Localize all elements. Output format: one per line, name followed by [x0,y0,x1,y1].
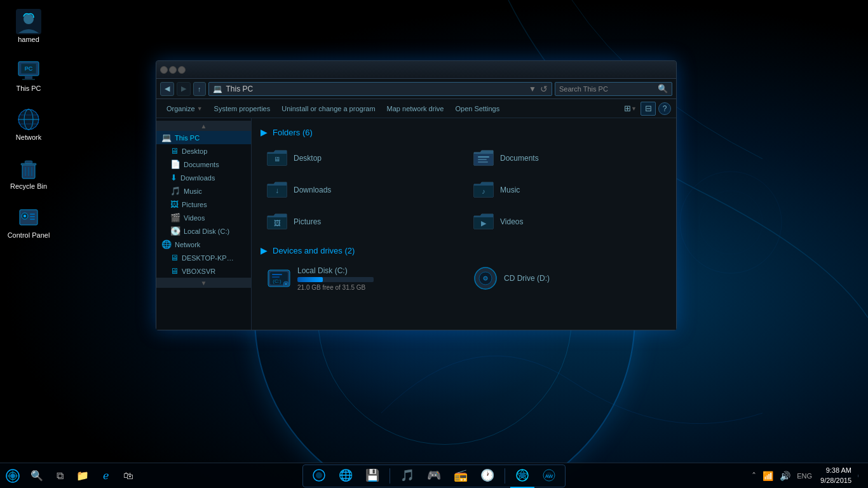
start-button[interactable] [0,463,25,489]
folders-collapse-arrow[interactable]: ▶ [261,127,268,137]
back-button[interactable]: ◀ [160,82,174,96]
folder-music-label: Music [500,186,520,194]
tiles-view-button[interactable]: ⊟ [641,102,656,116]
organize-button[interactable]: Organize ▼ [161,101,208,116]
taskbar-center-apps: 🌐 💾 🎵 🎮 📻 🕐 AW [302,464,566,487]
refresh-button[interactable]: ↺ [540,84,548,94]
minimize-button[interactable] [160,66,168,74]
taskbar-app-alienware[interactable] [307,464,331,488]
drives-section-header: ▶ Devices and drives (2) [261,245,667,255]
system-properties-button[interactable]: System properties [209,101,276,116]
task-view-button[interactable]: ⧉ [48,464,71,487]
this-pc-label: This PC [16,85,41,92]
taskbar-tray: ˄ 📶 🔊 ENG 9:38 AM 9/28/2015 [750,464,868,487]
drive-d-info: CD Drive (D:) [504,274,550,283]
sidebar-item-this-pc[interactable]: 💻 This PC [156,131,251,144]
drive-item-c[interactable]: (C:) Local Disk (C:) 21.0 GB free of 31.… [261,262,461,295]
svg-text:♪: ♪ [482,187,485,195]
svg-rect-31 [478,161,488,163]
sidebar-item-desktop[interactable]: 🖥 Desktop [156,144,251,158]
sidebar-item-local-disk[interactable]: 💽 Local Disk (C:) [156,224,251,238]
this-pc-sidebar-icon: 💻 [161,133,172,142]
taskbar-app-clock[interactable]: 🕐 [475,464,499,488]
view-controls: ⊞▼ ⊟ ? [623,102,671,116]
sidebar-item-pictures[interactable]: 🖼 Pictures [156,198,251,211]
folder-item-videos[interactable]: ▶ Videos [467,207,667,236]
svg-point-51 [316,472,322,478]
desktop-icon-network[interactable]: Network [6,104,51,144]
sidebar-item-vboxsvr[interactable]: 🖥 VBOXSVR [156,264,251,278]
help-button[interactable]: ? [658,102,671,115]
sidebar-item-desktop-kp[interactable]: 🖥 DESKTOP-KP… [156,251,251,264]
documents-sidebar-icon: 📄 [170,159,180,169]
close-button[interactable] [178,66,186,74]
search-icon[interactable]: 🔍 [658,84,668,93]
folder-item-pictures[interactable]: 🖼 Pictures [261,207,461,236]
view-options-button[interactable]: ⊞▼ [623,102,638,116]
folder-desktop-icon: 🖥 [266,147,288,170]
svg-rect-26 [30,216,35,217]
svg-point-39 [285,283,287,285]
sidebar-scroll-up[interactable]: ▲ [156,121,251,131]
pictures-sidebar-icon: 🖼 [170,200,179,209]
desktop-icon-control-panel[interactable]: Control Panel [6,202,51,241]
forward-button[interactable]: ▶ [177,82,191,96]
uninstall-button[interactable]: Uninstall or change a program [276,101,380,116]
tray-volume-icon[interactable]: 🔊 [778,470,792,482]
folder-item-downloads[interactable]: ↓ Downloads [261,175,461,205]
taskbar-app-storage[interactable]: 💾 [360,464,384,488]
tray-network-icon[interactable]: 📶 [761,470,775,482]
maximize-button[interactable] [169,66,177,74]
svg-rect-27 [30,219,35,220]
desktop-icon-hamed[interactable]: hamed [6,6,51,46]
folder-documents-icon [472,147,495,170]
open-settings-button[interactable]: Open Settings [450,101,505,116]
svg-rect-18 [25,161,32,163]
taskbar-app-browser[interactable]: 🌐 [334,464,358,488]
folder-documents-label: Documents [500,154,539,163]
sidebar-item-videos[interactable]: 🎬 Videos [156,211,251,224]
taskbar: 🔍 ⧉ 📁 ℯ 🛍 🌐 💾 🎵 🎮 📻 🕐 [0,463,868,488]
sidebar-item-downloads[interactable]: ⬇ Downloads [156,171,251,184]
drives-collapse-arrow[interactable]: ▶ [261,245,268,255]
address-field[interactable]: 💻 This PC ▼ ↺ [208,82,553,96]
map-network-button[interactable]: Map network drive [382,101,449,116]
folder-item-documents[interactable]: Documents [467,144,667,173]
desktop-icon-this-pc[interactable]: PC This PC [6,55,51,95]
edge-browser-button[interactable]: ℯ [94,464,117,487]
network-label: Network [16,133,41,141]
svg-text:🖼: 🖼 [274,219,281,227]
vboxsvr-icon: 🖥 [170,266,179,276]
sidebar-item-music[interactable]: 🎵 Music [156,184,251,198]
taskbar-app-alienware3[interactable]: AW [537,464,561,488]
address-dropdown-arrow[interactable]: ▼ [529,85,536,93]
sidebar-item-documents[interactable]: 📄 Documents [156,158,251,171]
taskbar-app-media2[interactable]: 🎮 [422,464,446,488]
search-field[interactable]: Search This PC 🔍 [555,82,672,96]
sidebar-scroll-down[interactable]: ▼ [156,278,251,288]
sidebar-item-network[interactable]: 🌐 Network [156,238,251,251]
window-controls [160,66,186,74]
svg-rect-25 [30,214,35,215]
folder-item-music[interactable]: ♪ Music [467,175,667,205]
control-panel-icon [16,205,41,230]
file-explorer-taskbar-button[interactable]: 📁 [71,464,94,487]
svg-text:🖥: 🖥 [274,156,280,163]
title-bar [156,61,676,79]
up-button[interactable]: ↑ [193,82,206,96]
show-desktop-button[interactable] [858,475,864,477]
folder-item-desktop[interactable]: 🖥 Desktop [261,144,461,173]
taskbar-app-alienware2[interactable] [510,464,534,488]
tray-keyboard-icon[interactable]: ENG [795,471,814,481]
taskbar-app-media1[interactable]: 🎵 [395,464,419,488]
toolbar: Organize ▼ System properties Uninstall o… [156,99,676,118]
desktop-icon-recycle-bin[interactable]: Recycle Bin [6,153,51,193]
tray-chevron[interactable]: ˄ [750,470,758,482]
taskbar-app-media3[interactable]: 📻 [449,464,473,488]
taskbar-search-button[interactable]: 🔍 [25,466,48,485]
clock[interactable]: 9:38 AM 9/28/2015 [817,464,855,487]
drive-c-fill [297,277,323,282]
drive-item-d[interactable]: CD Drive (D:) [467,262,667,295]
svg-point-48 [10,473,15,478]
store-button[interactable]: 🛍 [117,464,140,487]
